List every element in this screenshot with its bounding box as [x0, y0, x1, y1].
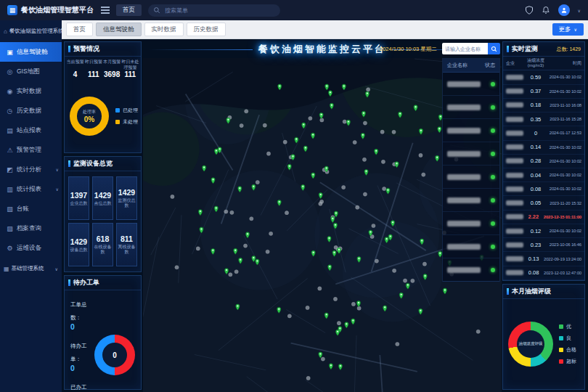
shield-icon[interactable]	[525, 6, 534, 15]
sidebar-item-gis-map[interactable]: ◎GIS地图	[0, 62, 62, 81]
tab-2[interactable]: 实时数据	[144, 23, 184, 36]
realtime-row[interactable]: 0.352023-11-16 15:28	[503, 113, 584, 126]
map-marker-offline[interactable]	[351, 302, 355, 306]
map-marker-offline[interactable]	[283, 140, 287, 144]
map-marker-offline[interactable]	[285, 211, 288, 215]
map-marker-offline[interactable]	[381, 160, 385, 163]
map-marker-offline[interactable]	[229, 273, 232, 277]
chevron-down-icon[interactable]: ∨	[578, 8, 581, 13]
realtime-row[interactable]: 0.142024-01-30 10:02	[503, 141, 584, 155]
topbar-search[interactable]	[148, 4, 280, 17]
sidebar-section-monitoring[interactable]: ⌂ 餐饮油烟监控管理系统 ∧	[0, 20, 62, 42]
map-marker-offline[interactable]	[419, 153, 422, 157]
map-marker-offline[interactable]	[356, 205, 359, 209]
sidebar-item-info-cockpit[interactable]: ▣信息驾驶舱	[0, 42, 62, 62]
map-marker-offline[interactable]	[357, 306, 361, 310]
sidebar-item-archive-query[interactable]: ▨档案查询	[0, 219, 62, 238]
company-row[interactable]	[443, 189, 499, 212]
company-row[interactable]	[443, 119, 499, 142]
map-marker-offline[interactable]	[321, 357, 324, 361]
map-marker-offline[interactable]	[240, 123, 243, 127]
map-marker-offline[interactable]	[306, 306, 309, 309]
map-marker-offline[interactable]	[245, 110, 248, 113]
map-marker-offline[interactable]	[287, 314, 291, 318]
map-marker-offline[interactable]	[319, 202, 322, 205]
company-row[interactable]	[443, 235, 499, 258]
realtime-row[interactable]: 0.372024-01-30 10:02	[503, 85, 584, 99]
map-marker-offline[interactable]	[476, 330, 480, 333]
realtime-row[interactable]: 0.122024-01-30 10:02	[503, 224, 584, 238]
map-marker-offline[interactable]	[375, 259, 378, 263]
bell-icon[interactable]	[542, 6, 550, 15]
map-marker-offline[interactable]	[337, 322, 340, 325]
map-marker-offline[interactable]	[363, 192, 367, 196]
map-marker-offline[interactable]	[171, 195, 174, 198]
map-marker-offline[interactable]	[411, 279, 415, 282]
map-marker-offline[interactable]	[263, 123, 266, 127]
map-marker-offline[interactable]	[383, 187, 386, 190]
realtime-row[interactable]: 2.222023-12-15 01:11:00	[503, 211, 584, 224]
topbar-search-input[interactable]	[163, 7, 275, 15]
topbar-tab-home[interactable]: 首页	[116, 4, 142, 16]
sidebar-item-realtime-data[interactable]: ◉实时数据	[0, 81, 62, 101]
map-marker-offline[interactable]	[333, 297, 337, 301]
realtime-row[interactable]: 0.592024-01-30 10:02	[503, 70, 584, 84]
tab-3[interactable]: 历史数据	[187, 23, 226, 36]
map-marker-offline[interactable]	[196, 247, 200, 250]
realtime-row[interactable]: 0.082024-01-30 10:02	[503, 182, 584, 196]
map-marker-offline[interactable]	[309, 116, 312, 120]
map-marker-offline[interactable]	[342, 185, 346, 189]
map-marker-offline[interactable]	[367, 88, 370, 91]
realtime-row[interactable]: 02024-01-17 12:53	[503, 126, 584, 140]
company-row[interactable]	[443, 73, 499, 96]
company-row[interactable]	[443, 142, 499, 166]
map-marker-offline[interactable]	[362, 158, 366, 161]
tab-1[interactable]: 信息驾驶舱	[96, 23, 142, 36]
realtime-row[interactable]: 0.132022-09-19 13:24:00	[503, 252, 584, 266]
realtime-row[interactable]: 0.182023-11-10 16:08	[503, 99, 584, 113]
map-marker-offline[interactable]	[234, 270, 238, 274]
realtime-row[interactable]: 0.232023-10-06 16:46	[503, 238, 584, 252]
sidebar-item-ops-device[interactable]: ⚙运维设备	[0, 238, 62, 258]
company-row[interactable]	[443, 96, 499, 119]
more-button[interactable]: 更多 ∨	[552, 23, 584, 36]
map-marker-offline[interactable]	[306, 376, 310, 380]
map-marker-offline[interactable]	[353, 140, 356, 144]
sidebar-item-ledger[interactable]: ▧台账	[0, 199, 62, 219]
realtime-row[interactable]: 0.282024-01-30 10:02	[503, 155, 584, 168]
map-marker-offline[interactable]	[393, 269, 396, 272]
map-marker-offline[interactable]	[318, 287, 322, 290]
company-row[interactable]	[443, 212, 499, 235]
company-row[interactable]	[443, 166, 499, 189]
sidebar-item-history-data[interactable]: ◷历史数据	[0, 101, 62, 121]
map-marker-offline[interactable]	[175, 266, 179, 269]
realtime-row[interactable]: 0.052023-11-20 15:32	[503, 196, 584, 210]
map-marker-offline[interactable]	[380, 130, 384, 134]
map-marker-offline[interactable]	[422, 173, 425, 176]
map-marker-offline[interactable]	[256, 180, 259, 184]
sidebar-item-stat-analysis[interactable]: ◩统计分析∨	[0, 160, 62, 179]
sidebar-item-warning-mgmt[interactable]: ⚠预警管理	[0, 140, 62, 160]
map-marker-offline[interactable]	[243, 244, 247, 248]
map-marker-offline[interactable]	[266, 250, 269, 253]
map-marker-offline[interactable]	[363, 121, 367, 125]
company-search-button[interactable]	[488, 43, 500, 54]
menu-toggle-icon[interactable]	[101, 7, 110, 14]
company-search-input[interactable]	[442, 43, 488, 54]
sidebar-item-site-report[interactable]: ▤站点报表	[0, 121, 62, 140]
sidebar-item-stat-report[interactable]: ▥统计报表∨	[0, 179, 62, 199]
map-marker-offline[interactable]	[422, 262, 426, 266]
avatar[interactable]	[558, 4, 570, 16]
map-marker-offline[interactable]	[392, 130, 396, 134]
sidebar-section-base[interactable]: ▦ 基础管理系统 ∨	[0, 258, 62, 279]
tab-0[interactable]: 首页	[66, 23, 93, 36]
map-marker-offline[interactable]	[396, 342, 399, 346]
company-row[interactable]	[443, 258, 499, 282]
map-marker-offline[interactable]	[372, 224, 375, 227]
realtime-row[interactable]: 0.082023-12-03 12:47:00	[503, 266, 584, 280]
map-marker-offline[interactable]	[343, 120, 346, 123]
map-marker-offline[interactable]	[403, 279, 407, 282]
map-marker-offline[interactable]	[269, 232, 273, 235]
map-marker-offline[interactable]	[250, 217, 253, 221]
map-marker-offline[interactable]	[320, 118, 324, 122]
